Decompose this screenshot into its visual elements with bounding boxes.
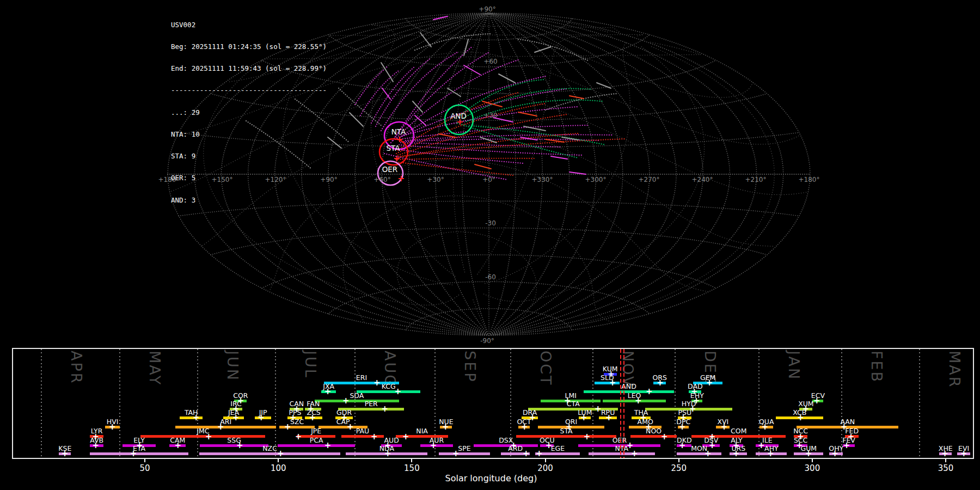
lon-label: +30° [427,176,444,183]
month-label-jul: JUL [302,351,319,379]
shower-bar-noo [630,435,677,438]
shower-peak-szc: + [284,423,291,431]
shower-label-sta: STA [560,427,573,434]
shower-peak-oct: + [521,423,528,431]
shower-label-kcg: KCG [382,383,396,390]
tick-250 [678,459,679,462]
shower-peak-spe: + [452,450,460,458]
shower-peak-leo: + [635,397,642,405]
month-label-oct: OCT [537,351,554,387]
lat-label: +30 [483,112,497,119]
shower-peak-eta: + [130,450,137,458]
shower-label-noo: NOO [646,427,661,434]
shower-bar-ari [175,426,276,428]
obs-begin: Beg: 20251111 01:24:35 (sol = 228.55°) [171,43,327,50]
shower-peak-zcs: + [309,414,316,422]
shower-label-pca: PCA [310,437,323,444]
shower-peak-ecv: + [813,397,820,405]
month-label-jan: JAN [786,351,803,381]
month-gridline-aug [354,349,356,458]
south-pole-label: -90° [480,337,494,345]
shower-peak-cam: + [175,442,182,450]
shower-bar-nzc [199,452,340,455]
month-gridline-jun [197,349,198,458]
shower-peak-dkd: + [679,442,686,450]
tick-label-50: 50 [140,463,150,473]
shower-label-eri: ERI [356,374,367,381]
tick-150 [411,459,412,462]
month-label-sep: SEP [462,351,479,383]
count-sta: STA: 9 [171,152,327,160]
shower-peak-urs: + [733,450,740,458]
lon-label: +210° [745,176,767,183]
obs-end: End: 20251111 11:59:43 (sol = 228.99°) [171,65,327,72]
shower-peak-ssg: + [236,442,243,450]
shower-peak-nzc: + [277,450,284,458]
shower-bar-ssg [200,444,268,447]
sol-end-marker [623,349,624,458]
tick-100 [278,459,279,462]
shower-peak-eri: + [373,379,381,387]
magenta-segments [382,16,586,174]
shower-peak-ahy: + [767,450,774,458]
month-label-apr: APR [68,351,85,385]
shower-label-jpe: JPE [311,427,321,434]
radiant-label-oer: OER [382,165,398,174]
shower-peak-qua: + [762,423,769,431]
lon-label: +0° [482,176,495,183]
tick-350 [945,459,946,462]
shower-label-spe: SPE [458,445,470,452]
shower-label-nzc: NZC [262,445,277,452]
shower-peak-ohy: + [831,450,838,458]
shower-peak-cta: + [595,405,602,413]
observation-header: USV002 Beg: 20251111 01:24:35 (sol = 228… [171,7,327,218]
lon-label: +330° [532,176,553,183]
month-label-mar: MAR [946,351,963,389]
sta-trails [394,93,626,175]
tick-label-100: 100 [271,463,286,473]
shower-peak-mon: + [705,450,712,458]
shower-peak-hvi: + [109,423,116,431]
radiant-label-and: AND [450,112,467,120]
month-gridline-jul [275,349,276,458]
shower-peak-avb: + [93,442,100,450]
shower-bar-dsx [474,444,538,447]
shower-peak-pca: + [324,442,332,450]
radiant-map-screen: NTASTAOERAND+180°+150°+120°+90°+60°+30°+… [0,0,980,490]
shower-bar-mon [677,452,721,455]
shower-bar-pca [278,444,355,447]
lon-label: +60° [373,176,390,183]
shower-peak-sda: + [342,397,350,405]
radiant-label-nta: NTA [391,127,406,136]
shower-peak-gum: + [805,450,812,458]
month-gridline-nov [592,349,593,458]
shower-bar-spe [439,452,490,455]
shower-label-ard: ARD [508,445,523,452]
shower-bar-eta [90,452,188,455]
shower-bar-sda [315,400,399,402]
month-gridline-apr [41,349,42,458]
month-gridline-may [119,349,120,458]
shower-peak-jea: + [232,414,240,422]
month-label-jun: JUN [224,351,241,382]
radiant-circles: NTASTAOERAND [378,105,473,185]
shower-peak-pau: + [371,432,378,440]
tick-200 [545,459,546,462]
lon-label: +180° [799,176,820,183]
shower-peak-per: + [382,405,389,413]
shower-peak-dpc: + [679,423,686,431]
shower-label-szc: SZC [290,418,304,425]
shower-peak-tah: + [193,414,200,422]
shower-label-com: COM [731,427,746,434]
shower-peak-sld: + [609,379,616,387]
shower-peak-xcb: + [797,414,804,422]
count-nta: NTA: 10 [171,131,327,138]
tick-label-200: 200 [537,463,553,473]
shower-peak-kcg: + [395,388,402,396]
shower-label-sda: SDA [350,392,364,399]
shower-label-cta: CTA [567,400,580,407]
month-label-may: MAY [146,351,163,386]
shower-peak-xvi: + [721,423,728,431]
sky-map: NTASTAOERAND+180°+150°+120°+90°+60°+30°+… [0,0,980,348]
shower-peak-nia: + [402,432,409,440]
